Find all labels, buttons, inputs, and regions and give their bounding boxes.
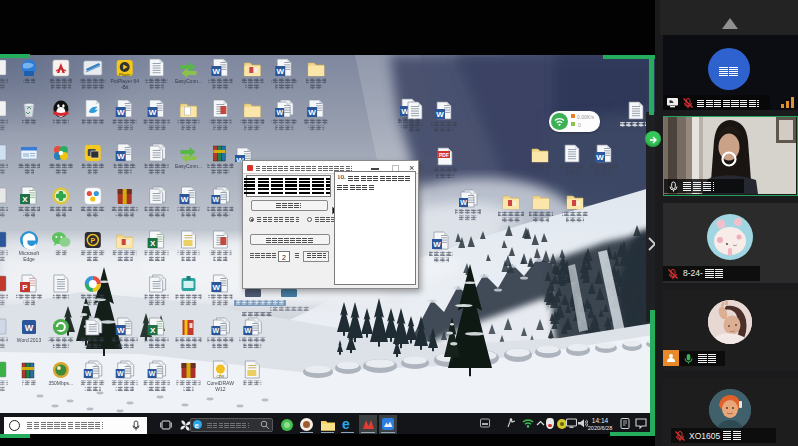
svg-text:W: W	[25, 323, 34, 333]
svg-text:X: X	[150, 239, 156, 248]
svg-text:W12: W12	[215, 386, 226, 392]
svg-text:W: W	[308, 108, 316, 117]
svg-text:W: W	[117, 326, 125, 335]
svg-text:W: W	[117, 370, 124, 377]
svg-text:W: W	[117, 108, 125, 117]
svg-text:CDR: CDR	[217, 375, 225, 379]
svg-text:W: W	[213, 67, 221, 76]
svg-text:W: W	[436, 110, 444, 119]
svg-text:W: W	[149, 370, 156, 377]
svg-text:W: W	[244, 327, 251, 334]
svg-text:W: W	[213, 327, 220, 334]
svg-text:-Bit: -Bit	[121, 84, 129, 90]
svg-text:W: W	[181, 195, 189, 204]
svg-text:P: P	[22, 283, 28, 292]
svg-text:W: W	[213, 283, 221, 292]
svg-text:W: W	[149, 108, 157, 117]
svg-text:W: W	[460, 199, 467, 206]
svg-text:P: P	[90, 237, 95, 244]
svg-text:W: W	[117, 152, 125, 161]
svg-text:PDF: PDF	[439, 152, 449, 158]
svg-text:EasyConn...: EasyConn...	[175, 163, 202, 169]
svg-text:EasyConn...: EasyConn...	[175, 78, 202, 84]
svg-text:X: X	[150, 326, 156, 335]
svg-text:W: W	[85, 370, 92, 377]
svg-text:W: W	[213, 196, 220, 203]
svg-text:W: W	[276, 67, 284, 76]
svg-text:350Mbps...: 350Mbps...	[49, 380, 74, 386]
svg-text:W: W	[433, 240, 441, 249]
svg-text:W: W	[276, 109, 283, 116]
svg-text:X: X	[22, 195, 28, 204]
svg-text:Edge: Edge	[23, 256, 35, 262]
svg-text:Player: Player	[119, 72, 131, 77]
svg-text:W: W	[596, 153, 604, 162]
svg-text:Word 2013: Word 2013	[17, 337, 42, 343]
